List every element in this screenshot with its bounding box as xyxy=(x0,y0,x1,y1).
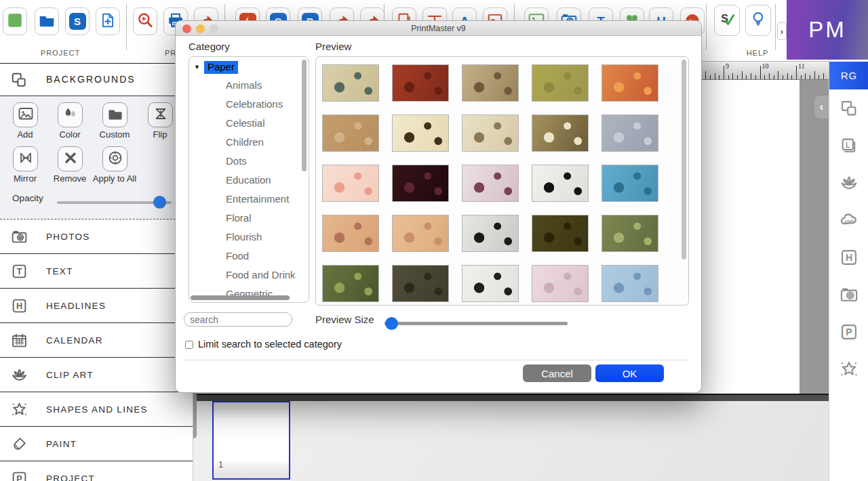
background-swatch-scattered-ants[interactable] xyxy=(462,114,519,152)
sidebar-item-shapes-and-lines[interactable]: SHAPES AND LINES xyxy=(0,392,193,427)
category-item-education[interactable]: Education xyxy=(189,170,309,189)
layouts-icon[interactable]: L xyxy=(840,136,859,155)
category-list[interactable]: ▼PaperAnimalsCelebrationsCelestialChildr… xyxy=(189,56,309,303)
background-swatch-olive-kangaroo[interactable] xyxy=(532,64,589,102)
background-swatch-berry-wave-stripes[interactable] xyxy=(462,165,519,202)
page-thumbnail[interactable]: 1 xyxy=(212,401,290,480)
ruler-tick xyxy=(814,71,815,79)
preview-icon-glyph xyxy=(136,12,154,32)
new-project-icon[interactable] xyxy=(3,7,27,35)
sidebar-item-paint[interactable]: PAINT xyxy=(0,427,193,461)
category-item-entertainment[interactable]: Entertainment xyxy=(189,189,309,208)
rg-button[interactable]: RG xyxy=(829,62,868,89)
search-input[interactable] xyxy=(184,312,292,327)
background-swatch-pink-paper[interactable] xyxy=(532,265,589,302)
background-swatch-tan-plain[interactable] xyxy=(392,215,449,252)
dialog-titlebar[interactable]: PrintMaster v9 xyxy=(176,21,701,36)
dialog-footer-divider xyxy=(184,360,689,360)
background-swatch-red-rock-animals[interactable] xyxy=(392,64,449,102)
background-swatch-tan-dinosaur[interactable] xyxy=(322,215,379,252)
category-item-flourish[interactable]: Flourish xyxy=(189,227,309,246)
project-icon[interactable]: P xyxy=(840,322,859,341)
open-project-icon[interactable] xyxy=(35,7,59,35)
sidebar-item-calendar[interactable]: CALENDAR xyxy=(0,323,193,358)
background-swatch-green-moss[interactable] xyxy=(601,215,658,252)
sidebar-item-text[interactable]: TTEXT xyxy=(0,254,193,289)
background-swatch-gray-blue-paper[interactable] xyxy=(601,114,658,152)
spellcheck-icon-glyph: S xyxy=(718,10,736,30)
background-swatch-zebra-columns[interactable] xyxy=(462,215,519,252)
background-swatch-cow-print[interactable] xyxy=(532,165,589,202)
background-swatch-olive-fish[interactable] xyxy=(532,215,589,252)
background-swatch-sepia-lions[interactable] xyxy=(462,64,519,102)
ruler-tick xyxy=(742,71,743,79)
photos-icon[interactable] xyxy=(840,285,859,304)
background-swatch-dalmatian-spots[interactable] xyxy=(462,265,519,302)
sidebar-item-photos[interactable]: PHOTOS xyxy=(0,219,193,254)
limit-search-checkbox[interactable] xyxy=(185,341,193,349)
category-item-animals[interactable]: Animals xyxy=(189,75,309,94)
web-dotcom-icon[interactable]: .com xyxy=(840,211,859,230)
hint-icon[interactable] xyxy=(745,5,771,36)
background-swatch-papyrus-cat[interactable] xyxy=(322,64,379,102)
cancel-button[interactable]: Cancel xyxy=(523,364,591,382)
sidebar-item-headlines[interactable]: HHEADLINES xyxy=(0,289,193,323)
preview-size-slider-knob[interactable] xyxy=(385,317,398,330)
category-item-celebrations[interactable]: Celebrations xyxy=(189,94,309,113)
sidebar-item-label: PAINT xyxy=(46,439,77,449)
background-swatch-orange-elephants[interactable] xyxy=(601,64,658,102)
category-expand-triangle[interactable]: ▼ xyxy=(194,64,200,70)
preview-icon[interactable] xyxy=(133,7,157,35)
text-icon: T xyxy=(11,263,28,283)
background-swatch-pink-butterflies[interactable] xyxy=(322,165,379,202)
custom-background-button[interactable] xyxy=(102,102,127,127)
background-swatch-brown-stripes[interactable] xyxy=(532,114,589,152)
sidebar-item-clip-art[interactable]: CLIP ART xyxy=(0,358,193,392)
background-swatch-blue-birds[interactable] xyxy=(601,165,658,202)
section-header-backgrounds[interactable]: BACKGROUNDS xyxy=(0,64,193,96)
preview-size-slider-track[interactable] xyxy=(384,322,568,325)
category-item-celestial[interactable]: Celestial xyxy=(189,113,309,132)
remove-background-button[interactable] xyxy=(58,146,83,171)
preview-vscroll-thumb[interactable] xyxy=(682,60,686,259)
background-swatch-green-moss-dark[interactable] xyxy=(322,265,379,302)
background-swatch-cream-bee-rows[interactable] xyxy=(392,114,449,152)
background-swatch-blue-weave[interactable] xyxy=(601,265,658,302)
flip-background-button[interactable] xyxy=(148,102,173,127)
category-item-floral[interactable]: Floral xyxy=(189,208,309,227)
ruler-tick xyxy=(705,71,706,79)
sidebar-item-label: TEXT xyxy=(46,266,73,276)
spellcheck-icon[interactable]: S xyxy=(714,5,740,36)
clipart-icon[interactable] xyxy=(840,173,859,192)
new-document-icon[interactable] xyxy=(96,7,120,35)
background-swatch-tan-stars[interactable] xyxy=(322,114,379,152)
category-item-children[interactable]: Children xyxy=(189,132,309,151)
ruler-tick xyxy=(801,75,802,79)
pages-panel-divider[interactable] xyxy=(193,394,829,401)
save-icon[interactable]: S xyxy=(65,7,90,35)
star-icon xyxy=(11,401,28,421)
ruler-tick xyxy=(760,66,761,79)
toolbar-expand-chevron[interactable]: › xyxy=(777,22,787,40)
category-item-food-and-drink[interactable]: Food and Drink xyxy=(189,265,309,284)
color-background-button[interactable] xyxy=(58,102,83,127)
background-swatch-dark-maroon-lace[interactable] xyxy=(392,165,449,202)
category-item-paper[interactable]: ▼Paper xyxy=(189,57,309,75)
add-background-button[interactable] xyxy=(13,102,38,127)
category-item-food[interactable]: Food xyxy=(189,246,309,265)
mirror-background-button[interactable] xyxy=(13,146,38,171)
apply-all-background-button[interactable] xyxy=(102,146,127,171)
background-swatch-dark-olive-fish[interactable] xyxy=(392,265,449,302)
panel-collapse-chevron[interactable]: ‹ xyxy=(814,96,829,119)
category-hscroll-thumb[interactable] xyxy=(191,295,290,300)
toolbar-group-separator xyxy=(706,4,707,50)
opacity-slider-knob[interactable] xyxy=(153,196,166,209)
category-item-dots[interactable]: Dots xyxy=(189,151,309,170)
ok-button[interactable]: OK xyxy=(595,364,664,382)
shapes-icon[interactable] xyxy=(840,360,859,379)
ruler-tick xyxy=(732,73,733,79)
category-vscroll-thumb[interactable] xyxy=(302,60,307,171)
backgrounds-icon[interactable] xyxy=(840,99,859,118)
headlines-icon[interactable]: H xyxy=(840,248,859,267)
sidebar-item-project[interactable]: PPROJECT xyxy=(0,461,193,481)
